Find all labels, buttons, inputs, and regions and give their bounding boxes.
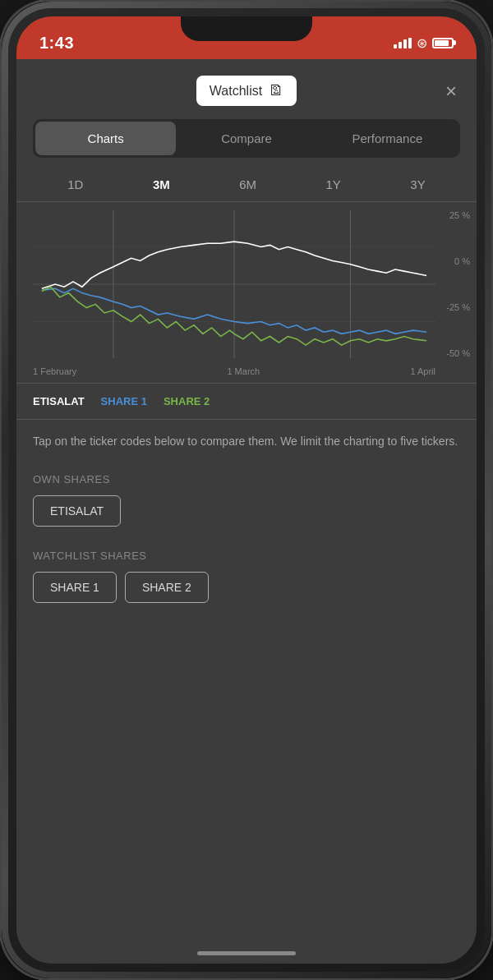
tab-charts[interactable]: Charts: [35, 122, 176, 155]
watchlist-share-1[interactable]: SHARE 1: [33, 572, 117, 603]
chart-y-labels: 25 % 0 % -25 % -50 %: [446, 210, 470, 358]
x-label-feb: 1 February: [33, 366, 76, 376]
y-label-neg50: -50 %: [446, 348, 470, 358]
y-label-0: 0 %: [454, 256, 470, 266]
time-3y[interactable]: 3Y: [403, 174, 431, 195]
home-indicator: [197, 951, 296, 955]
own-shares-list: ETISALAT: [16, 492, 477, 540]
time-range-bar: 1D 3M 6M 1Y 3Y: [16, 158, 477, 202]
x-label-apr: 1 April: [410, 366, 435, 376]
watchlist-button[interactable]: Watchlist 🖻: [196, 76, 297, 106]
phone-frame: 1:43 ⊛ Watchlist 🖻: [0, 0, 493, 980]
status-icons: ⊛: [394, 35, 454, 51]
watchlist-label: Watchlist: [210, 84, 262, 99]
time-3m[interactable]: 3M: [146, 174, 177, 195]
close-button[interactable]: ×: [445, 80, 457, 103]
y-label-25: 25 %: [449, 210, 470, 220]
x-label-mar: 1 March: [227, 366, 260, 376]
chart-x-labels: 1 February 1 March 1 April: [33, 366, 435, 376]
watchlist-share-2[interactable]: SHARE 2: [125, 572, 209, 603]
chart-svg: [33, 210, 435, 358]
signal-icon: [394, 38, 412, 48]
time-1y[interactable]: 1Y: [320, 174, 348, 195]
own-share-etisalat[interactable]: ETISALAT: [33, 495, 121, 527]
own-shares-title: OWN SHARES: [16, 463, 477, 492]
tab-performance[interactable]: Performance: [317, 122, 458, 155]
chart-legend: ETISALAT SHARE 1 SHARE 2: [16, 383, 477, 420]
watchlist-icon: 🖻: [269, 82, 283, 99]
notch: [181, 16, 312, 41]
wifi-icon: ⊛: [417, 35, 427, 51]
description-text: Tap on the ticker codes below to compare…: [16, 420, 477, 463]
status-time: 1:43: [39, 34, 74, 53]
time-1d[interactable]: 1D: [61, 174, 90, 195]
watchlist-shares-list: SHARE 1 SHARE 2: [16, 568, 477, 616]
content-area: Watchlist 🖻 × Charts Compare Performance…: [16, 59, 477, 964]
chart-container: 25 % 0 % -25 % -50 % 1 February 1 March …: [16, 202, 477, 383]
tab-compare[interactable]: Compare: [176, 122, 316, 155]
legend-share1[interactable]: SHARE 1: [101, 395, 147, 407]
battery-icon: [432, 38, 454, 48]
legend-etisalat[interactable]: ETISALAT: [33, 395, 85, 407]
phone-screen: 1:43 ⊛ Watchlist 🖻: [16, 16, 477, 964]
legend-share2[interactable]: SHARE 2: [164, 395, 210, 407]
time-6m[interactable]: 6M: [233, 174, 263, 195]
header: Watchlist 🖻 ×: [16, 59, 477, 119]
y-label-neg25: -25 %: [446, 302, 470, 312]
status-bar: 1:43 ⊛: [16, 16, 477, 59]
watchlist-shares-title: WATCHLIST SHARES: [16, 540, 477, 568]
tab-bar: Charts Compare Performance: [33, 119, 460, 158]
